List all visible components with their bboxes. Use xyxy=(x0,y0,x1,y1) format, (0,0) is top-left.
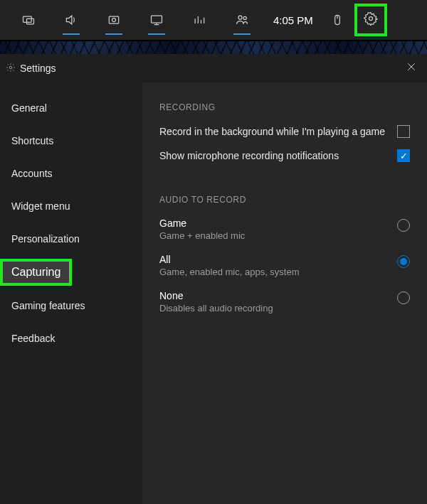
radio-all[interactable] xyxy=(397,255,410,268)
bg-record-checkbox[interactable] xyxy=(397,125,410,138)
audio-heading: AUDIO TO RECORD xyxy=(159,195,410,205)
capture-icon[interactable] xyxy=(93,0,135,41)
bg-record-label: Record in the background while I'm playi… xyxy=(159,126,385,137)
svg-point-5 xyxy=(238,16,242,19)
gear-icon xyxy=(6,63,16,75)
svg-rect-2 xyxy=(109,16,118,23)
radio-all-sub: Game, enabled mic, apps, system xyxy=(159,267,300,277)
svg-point-8 xyxy=(369,17,372,21)
mic-notif-checkbox[interactable] xyxy=(397,149,410,162)
wallpaper-strip xyxy=(0,41,427,54)
sidebar-item-personalization[interactable]: Personalization xyxy=(0,226,142,252)
svg-point-9 xyxy=(9,66,12,69)
close-button[interactable] xyxy=(406,61,417,75)
settings-title: Settings xyxy=(20,63,56,74)
settings-gear-highlight xyxy=(354,4,387,36)
svg-point-6 xyxy=(243,16,246,19)
radio-none-title: None xyxy=(159,290,273,301)
volume-icon[interactable] xyxy=(50,0,93,41)
mouse-icon[interactable] xyxy=(323,0,352,41)
widget-menu-icon[interactable] xyxy=(7,0,50,41)
gear-icon[interactable] xyxy=(364,11,378,28)
settings-header: Settings xyxy=(0,54,427,82)
settings-panel: Settings General Shortcuts Accounts Widg… xyxy=(0,54,427,504)
sidebar-item-accounts[interactable]: Accounts xyxy=(0,161,142,186)
sidebar-item-shortcuts[interactable]: Shortcuts xyxy=(0,128,142,154)
performance-icon[interactable] xyxy=(178,0,221,41)
sidebar-item-capturing[interactable]: Capturing xyxy=(11,266,60,278)
sidebar-item-general[interactable]: General xyxy=(0,95,142,121)
sidebar-item-capturing-highlight: Capturing xyxy=(0,259,72,286)
clock-time: 4:05 PM xyxy=(263,14,323,26)
settings-sidebar: General Shortcuts Accounts Widget menu P… xyxy=(0,82,142,504)
radio-game[interactable] xyxy=(397,219,410,232)
game-bar: 4:05 PM xyxy=(0,0,427,41)
party-icon[interactable] xyxy=(221,0,263,41)
svg-rect-0 xyxy=(23,16,32,22)
radio-game-sub: Game + enabled mic xyxy=(159,230,245,241)
radio-none[interactable] xyxy=(397,291,410,304)
svg-rect-4 xyxy=(152,16,162,23)
radio-all-title: All xyxy=(159,254,300,265)
mic-notif-label: Show microphone recording notifications xyxy=(159,150,339,161)
svg-rect-1 xyxy=(27,18,34,24)
svg-point-3 xyxy=(112,18,116,22)
recording-heading: RECORDING xyxy=(159,102,410,112)
settings-content: RECORDING Record in the background while… xyxy=(142,82,427,504)
sidebar-item-widget-menu[interactable]: Widget menu xyxy=(0,193,142,219)
sidebar-item-gaming-features[interactable]: Gaming features xyxy=(0,293,142,318)
radio-game-title: Game xyxy=(159,218,245,229)
display-icon[interactable] xyxy=(135,0,178,41)
radio-none-sub: Disables all audio recording xyxy=(159,303,273,313)
sidebar-item-feedback[interactable]: Feedback xyxy=(0,326,142,351)
